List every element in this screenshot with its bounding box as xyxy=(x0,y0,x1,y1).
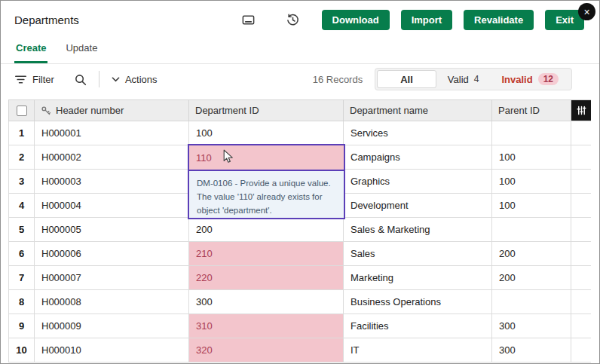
history-icon[interactable] xyxy=(286,13,300,27)
app-window-icon[interactable] xyxy=(241,13,256,27)
row-number-cell[interactable]: 1 xyxy=(8,121,35,145)
department-name-cell[interactable]: Business Operations xyxy=(344,290,492,314)
select-all-checkbox[interactable] xyxy=(17,106,27,116)
header-number-cell[interactable]: H000002 xyxy=(35,145,189,170)
spacer-cell xyxy=(571,145,591,170)
revalidate-button[interactable]: Revalidate xyxy=(464,10,534,30)
department-name-cell[interactable]: Sales & Marketing xyxy=(344,218,492,242)
chevron-down-icon xyxy=(112,76,120,83)
import-button[interactable]: Import xyxy=(401,10,452,30)
row-number-cell[interactable]: 7 xyxy=(8,266,35,290)
department-name-cell[interactable]: Marketing xyxy=(344,266,492,290)
department-id-cell[interactable]: 210 xyxy=(189,242,344,266)
parent-id-cell[interactable]: 200 xyxy=(492,266,571,290)
department-name-cell[interactable]: Facilities xyxy=(344,314,492,338)
column-header-parent-id[interactable]: Parent ID xyxy=(492,99,571,121)
department-name-cell[interactable]: IT xyxy=(344,338,492,362)
segment-all-label: All xyxy=(400,74,413,85)
department-id-cell[interactable]: 100 xyxy=(189,121,344,145)
row-number-cell[interactable]: 4 xyxy=(8,194,35,218)
header-number-cell[interactable]: H000003 xyxy=(35,170,189,194)
spacer-cell xyxy=(571,218,591,242)
spacer-cell xyxy=(571,242,591,266)
row-number-cell[interactable]: 2 xyxy=(8,145,35,170)
segment-all[interactable]: All xyxy=(377,70,436,88)
column-header-department-name[interactable]: Department name xyxy=(344,99,492,121)
row-number-cell[interactable]: 3 xyxy=(8,170,35,194)
tab-bar: Create Update xyxy=(1,38,599,64)
header-number-cell[interactable]: H000008 xyxy=(35,290,189,314)
parent-id-cell[interactable]: 300 xyxy=(492,338,571,362)
parent-id-cell[interactable]: 300 xyxy=(492,314,571,338)
parent-id-cell[interactable]: 100 xyxy=(492,194,571,218)
header-number-cell[interactable]: H000007 xyxy=(35,266,189,290)
column-header-label: Header number xyxy=(56,105,124,116)
column-header-label: Parent ID xyxy=(498,105,540,116)
actions-menu[interactable]: Actions xyxy=(112,74,158,85)
column-header-department-id[interactable]: Department ID xyxy=(189,99,344,121)
parent-id-cell[interactable]: 100 xyxy=(492,145,571,170)
department-name-cell[interactable]: Development xyxy=(344,194,492,218)
records-count: 16 Records xyxy=(313,74,363,85)
department-name-cell[interactable]: Graphics xyxy=(344,170,492,194)
department-id-cell[interactable]: 200 xyxy=(189,218,344,242)
column-header-header-number[interactable]: Header number xyxy=(35,99,189,121)
table-row: 6 H000006 210 Sales 200 xyxy=(8,242,591,266)
column-settings-icon xyxy=(576,105,587,116)
row-number-cell[interactable]: 9 xyxy=(8,314,35,338)
tab-create[interactable]: Create xyxy=(14,38,47,63)
row-number-cell[interactable]: 8 xyxy=(8,290,35,314)
table-row: 1 H000001 100 Services xyxy=(8,121,591,145)
header-number-cell[interactable]: H000005 xyxy=(35,218,189,242)
search-icon[interactable] xyxy=(74,73,87,86)
valid-count-badge: 4 xyxy=(474,74,479,84)
department-name-cell[interactable]: Sales xyxy=(344,242,492,266)
segment-valid[interactable]: Valid 4 xyxy=(436,70,491,88)
department-id-cell[interactable]: 220 xyxy=(189,266,344,290)
department-name-cell[interactable]: Campaigns xyxy=(344,145,492,170)
selected-invalid-cell[interactable]: 110 xyxy=(189,145,344,170)
header-number-cell[interactable]: H000004 xyxy=(35,194,189,218)
spacer-cell xyxy=(571,266,591,290)
spacer-cell xyxy=(571,170,591,194)
tab-update[interactable]: Update xyxy=(64,38,99,63)
parent-id-cell[interactable] xyxy=(492,218,571,242)
table-row: 8 H000008 300 Business Operations xyxy=(8,290,591,314)
department-id-cell[interactable]: 310 xyxy=(189,314,344,338)
spacer-cell xyxy=(571,194,591,218)
grid-header-row: Header number Department ID Department n… xyxy=(8,99,591,121)
header-number-cell[interactable]: H000006 xyxy=(35,242,189,266)
data-grid: Header number Department ID Department n… xyxy=(8,99,591,362)
parent-id-cell[interactable] xyxy=(492,121,571,145)
cell-error-popover: 110 DM-0106 - Provide a unique value. Th… xyxy=(188,144,345,219)
department-id-cell[interactable]: 320 xyxy=(189,338,344,362)
parent-id-cell[interactable]: 100 xyxy=(492,170,571,194)
segment-invalid[interactable]: Invalid 12 xyxy=(490,70,570,88)
header-number-cell[interactable]: H000001 xyxy=(35,121,189,145)
department-name-cell[interactable]: Services xyxy=(344,121,492,145)
header-number-cell[interactable]: H000010 xyxy=(35,338,189,362)
actions-label: Actions xyxy=(125,74,158,85)
select-all-cell xyxy=(8,99,35,121)
row-number-cell[interactable]: 10 xyxy=(8,338,35,362)
grid-toolbar: Filter Actions 16 Records All Valid 4 xyxy=(1,64,599,94)
download-button[interactable]: Download xyxy=(322,10,390,30)
row-number-cell[interactable]: 6 xyxy=(8,242,35,266)
parent-id-cell[interactable]: 200 xyxy=(492,242,571,266)
filter-label[interactable]: Filter xyxy=(32,74,54,85)
header-number-cell[interactable]: H000009 xyxy=(35,314,189,338)
close-icon: × xyxy=(583,7,589,17)
column-settings-button[interactable] xyxy=(571,99,591,121)
table-row: 9 H000009 310 Facilities 300 xyxy=(8,314,591,338)
table-row: 7 H000007 220 Marketing 200 xyxy=(8,266,591,290)
filter-icon[interactable] xyxy=(14,73,27,86)
invalid-count-badge: 12 xyxy=(538,73,559,85)
column-header-label: Department ID xyxy=(195,105,259,116)
parent-id-cell[interactable] xyxy=(492,290,571,314)
row-number-cell[interactable]: 5 xyxy=(8,218,35,242)
titlebar: Departments Download Import Revalidate E… xyxy=(1,1,599,38)
department-id-cell[interactable]: 300 xyxy=(189,290,344,314)
column-header-label: Department name xyxy=(350,105,428,116)
close-button[interactable]: × xyxy=(578,3,595,20)
table-row: 10 H000010 320 IT 300 xyxy=(8,338,591,362)
